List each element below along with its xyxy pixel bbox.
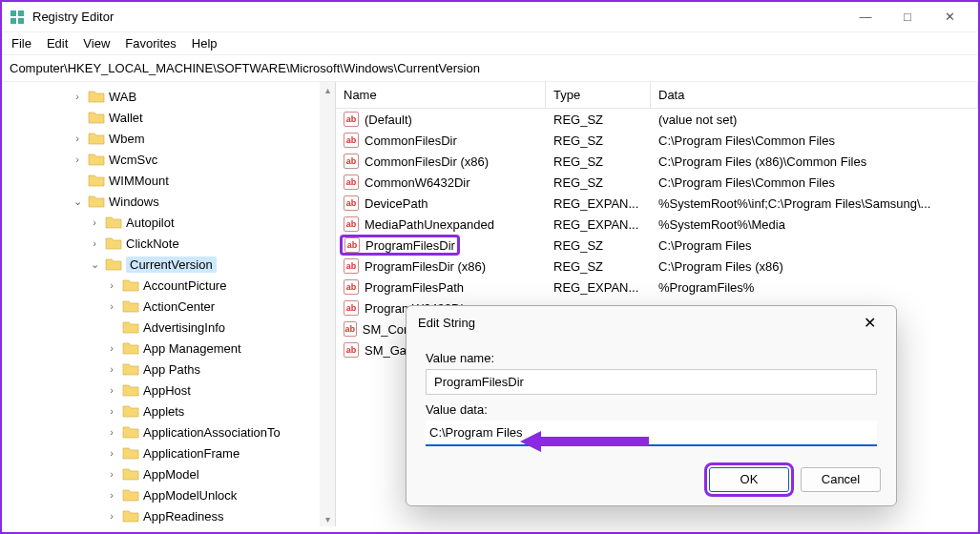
value-row[interactable]: abProgramFilesDirREG_SZC:\Program Files xyxy=(336,235,978,256)
expand-icon[interactable]: › xyxy=(71,154,84,165)
tree-item[interactable]: ›ActionCenter xyxy=(2,296,335,317)
tree-item[interactable]: ›Autopilot xyxy=(2,212,335,233)
cancel-button[interactable]: Cancel xyxy=(801,467,881,492)
expand-icon[interactable]: › xyxy=(105,489,118,501)
value-row[interactable]: abCommonFilesDir (x86)REG_SZC:\Program F… xyxy=(336,151,978,172)
ok-button[interactable]: OK xyxy=(709,467,789,492)
tree-item-label: Wallet xyxy=(109,111,143,125)
tree-item[interactable]: ›Applets xyxy=(2,400,335,421)
expand-icon[interactable]: › xyxy=(105,468,118,480)
tree-item[interactable]: ›AccountPicture xyxy=(2,275,335,296)
expand-icon[interactable]: › xyxy=(88,216,101,228)
expand-icon[interactable]: › xyxy=(105,300,118,312)
titlebar: Registry Editor — □ ✕ xyxy=(2,2,978,32)
tree-item[interactable]: ›ApplicationFrame xyxy=(2,442,335,463)
tree-item-label: ClickNote xyxy=(126,236,179,251)
value-data-input[interactable] xyxy=(426,421,877,446)
expand-icon[interactable]: › xyxy=(105,426,118,438)
tree-item-label: AppHost xyxy=(143,383,191,398)
value-data: C:\Program Files xyxy=(651,238,978,253)
value-name: ProgramFilesDir (x86) xyxy=(365,259,486,274)
address-bar[interactable]: Computer\HKEY_LOCAL_MACHINE\SOFTWARE\Mic… xyxy=(2,54,978,82)
value-row[interactable]: abDevicePathREG_EXPAN...%SystemRoot%\inf… xyxy=(336,193,978,214)
string-value-icon: ab xyxy=(344,112,359,127)
value-row[interactable]: ab(Default)REG_SZ(value not set) xyxy=(336,109,978,130)
dialog-titlebar[interactable]: Edit String ✕ xyxy=(407,306,896,339)
menu-favorites[interactable]: Favorites xyxy=(125,36,176,51)
menu-help[interactable]: Help xyxy=(192,36,218,51)
string-value-icon: ab xyxy=(344,175,359,190)
svg-rect-2 xyxy=(10,18,16,24)
expand-icon[interactable]: › xyxy=(105,447,118,459)
expand-icon[interactable]: ⌄ xyxy=(88,258,101,271)
value-row[interactable]: abProgramFilesPathREG_EXPAN...%ProgramFi… xyxy=(336,277,978,298)
tree-item-label: ActionCenter xyxy=(143,299,215,314)
value-row[interactable]: abMediaPathUnexpandedREG_EXPAN...%System… xyxy=(336,214,978,235)
edit-string-dialog: Edit String ✕ Value name: ProgramFilesDi… xyxy=(406,305,897,506)
value-data: C:\Program Files (x86) xyxy=(651,259,978,274)
menu-view[interactable]: View xyxy=(83,36,110,51)
value-row[interactable]: abCommonFilesDirREG_SZC:\Program Files\C… xyxy=(336,130,978,151)
dialog-close-icon[interactable]: ✕ xyxy=(854,314,885,332)
tree-item-label: AdvertisingInfo xyxy=(143,320,225,335)
window-title: Registry Editor xyxy=(32,10,844,24)
expand-icon[interactable]: › xyxy=(105,510,118,522)
tree-item-label: WcmSvc xyxy=(109,153,157,167)
tree-item[interactable]: ›WcmSvc xyxy=(2,149,335,170)
close-button[interactable]: ✕ xyxy=(928,3,970,31)
tree-item[interactable]: ⌄Windows xyxy=(2,191,335,212)
expand-icon[interactable]: ⌄ xyxy=(71,195,84,208)
tree-item-label: App Management xyxy=(143,341,241,356)
col-type[interactable]: Type xyxy=(546,82,651,108)
value-data-label: Value data: xyxy=(426,402,877,417)
tree-item[interactable]: ›AppReadiness xyxy=(2,505,335,526)
maximize-button[interactable]: □ xyxy=(886,3,928,31)
tree-scrollbar[interactable]: ▴ ▾ xyxy=(320,82,335,526)
value-name: ProgramFilesDir xyxy=(365,238,455,253)
tree-item-label: App Paths xyxy=(143,362,200,377)
expand-icon[interactable]: › xyxy=(105,342,118,354)
expand-icon[interactable]: › xyxy=(105,363,118,375)
tree-item-label: WIMMount xyxy=(109,174,169,188)
scroll-down-icon[interactable]: ▾ xyxy=(320,511,335,526)
value-data: %SystemRoot%\Media xyxy=(651,217,978,232)
tree-item[interactable]: ›AppModelUnlock xyxy=(2,484,335,505)
tree-item[interactable]: WIMMount xyxy=(2,170,335,191)
tree-item[interactable]: ›App Management xyxy=(2,338,335,359)
tree-item[interactable]: ›AppModel xyxy=(2,463,335,484)
expand-icon[interactable]: › xyxy=(71,133,84,144)
expand-icon[interactable]: › xyxy=(71,91,84,102)
tree-item[interactable]: Wallet xyxy=(2,107,335,128)
tree-item[interactable]: ›Wbem xyxy=(2,128,335,149)
col-data[interactable]: Data xyxy=(651,82,978,108)
scroll-up-icon[interactable]: ▴ xyxy=(320,82,335,97)
tree-item-label: AccountPicture xyxy=(143,278,226,293)
expand-icon[interactable]: › xyxy=(105,279,118,291)
tree-item[interactable]: ›ClickNote xyxy=(2,233,335,254)
tree-item[interactable]: ⌄CurrentVersion xyxy=(2,254,335,275)
value-row[interactable]: abProgramFilesDir (x86)REG_SZC:\Program … xyxy=(336,256,978,277)
value-data: %SystemRoot%\inf;C:\Program Files\Samsun… xyxy=(651,196,978,211)
tree-item[interactable]: ›AppHost xyxy=(2,380,335,400)
expand-icon[interactable]: › xyxy=(105,384,118,396)
tree-item[interactable]: ›App Paths xyxy=(2,359,335,380)
minimize-button[interactable]: — xyxy=(844,3,886,31)
col-name[interactable]: Name xyxy=(336,82,546,108)
string-value-icon: ab xyxy=(344,154,359,169)
expand-icon[interactable]: › xyxy=(88,237,101,249)
tree-item-label: Wbem xyxy=(109,132,145,146)
tree-item[interactable]: ›ApplicationAssociationTo xyxy=(2,421,335,442)
tree-view[interactable]: ›WABWallet›Wbem›WcmSvcWIMMount⌄Windows›A… xyxy=(2,82,336,526)
tree-item[interactable]: ›WAB xyxy=(2,86,335,107)
svg-rect-3 xyxy=(18,18,24,24)
value-name: CommonW6432Dir xyxy=(365,175,470,190)
string-value-icon: ab xyxy=(344,216,359,232)
tree-item[interactable]: AdvertisingInfo xyxy=(2,317,335,338)
tree-item-label: CurrentVersion xyxy=(126,257,217,273)
tree-item-label: Applets xyxy=(143,404,184,419)
menu-file[interactable]: File xyxy=(11,36,31,51)
value-type: REG_SZ xyxy=(546,238,651,253)
menu-edit[interactable]: Edit xyxy=(47,36,68,51)
expand-icon[interactable]: › xyxy=(105,405,118,417)
value-row[interactable]: abCommonW6432DirREG_SZC:\Program Files\C… xyxy=(336,172,978,193)
